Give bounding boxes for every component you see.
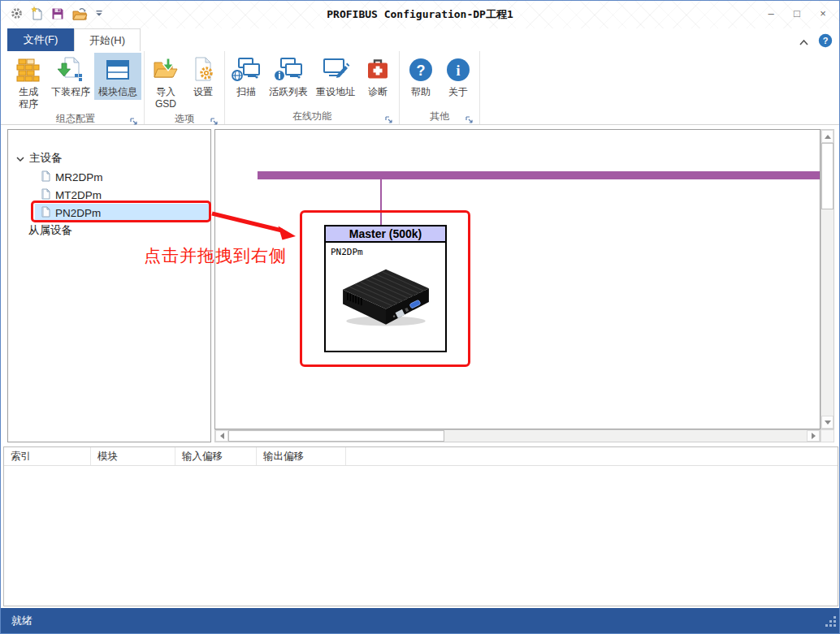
- collapse-ribbon-icon[interactable]: [799, 35, 809, 50]
- svg-text:?: ?: [417, 63, 426, 79]
- ribbon-button-label: 下装程序: [51, 86, 90, 98]
- column-header-module[interactable]: 模块: [91, 447, 175, 465]
- ribbon-corner-controls: ?: [799, 33, 833, 51]
- ribbon-group-label: 其他: [430, 110, 449, 123]
- highlight-box-master-block: [300, 210, 470, 367]
- help-button[interactable]: ? 帮助: [402, 53, 439, 100]
- ribbon-group-online: 扫描 活跃列表: [225, 51, 400, 124]
- tab-home[interactable]: 开始(H): [74, 28, 141, 51]
- status-text: 就绪: [11, 614, 32, 628]
- canvas-vertical-scrollbar[interactable]: [821, 129, 834, 429]
- import-gsd-icon: [151, 56, 180, 84]
- ribbon-group-label: 在线功能: [292, 110, 331, 123]
- ribbon-button-label: 关于: [448, 86, 468, 98]
- ribbon-button-label: 设置: [193, 86, 213, 98]
- tree-node-label: 主设备: [29, 151, 63, 166]
- ribbon-group-other: ? 帮助 i 关于 其他: [400, 51, 480, 124]
- resize-grip-icon[interactable]: [825, 615, 837, 630]
- tree-item-label: MR2DPm: [55, 171, 103, 183]
- module-table-panel: 索引 模块 输入偏移 输出偏移: [3, 446, 838, 606]
- ribbon-button-label: 模块信息: [98, 86, 137, 98]
- about-button[interactable]: i 关于: [439, 53, 477, 100]
- module-info-icon: [103, 56, 132, 84]
- help-icon: ?: [406, 56, 435, 84]
- horizontal-scroll-track[interactable]: [444, 430, 807, 442]
- profibus-bus-bar[interactable]: [258, 171, 821, 179]
- tree-node-label: 从属设备: [28, 223, 72, 238]
- tree-item-label: MT2DPm: [55, 189, 102, 201]
- active-list-icon: [274, 56, 303, 84]
- ribbon-button-label: 帮助: [411, 86, 431, 98]
- ribbon-group-config: 生成 程序 下装程序: [7, 51, 145, 124]
- scroll-down-icon[interactable]: [821, 416, 834, 429]
- dialog-launcher-icon[interactable]: [384, 113, 393, 122]
- svg-text:?: ?: [823, 36, 829, 45]
- ribbon-button-label: 导入 GSD: [155, 86, 176, 110]
- settings-icon: [188, 56, 218, 84]
- status-bar: 就绪: [1, 608, 839, 633]
- ribbon-group-label: 组态配置: [56, 112, 95, 126]
- device-file-icon: [41, 170, 50, 184]
- tree-node-slave-devices[interactable]: 从属设备: [28, 222, 72, 239]
- minimize-button[interactable]: –: [758, 3, 784, 23]
- scrollbar-corner: [821, 429, 834, 442]
- scroll-right-icon[interactable]: [807, 430, 820, 442]
- ribbon-button-label: 重设地址: [316, 86, 355, 98]
- download-program-icon: [56, 56, 85, 84]
- drag-hint-text: 点击并拖拽到右侧: [144, 244, 287, 267]
- ribbon-button-label: 生成 程序: [19, 86, 38, 110]
- dialog-launcher-icon[interactable]: [129, 114, 138, 123]
- dialog-launcher-icon[interactable]: [210, 114, 219, 123]
- diagnosis-button[interactable]: 诊断: [359, 53, 396, 100]
- ribbon-help-icon[interactable]: ?: [818, 33, 833, 51]
- chevron-down-icon[interactable]: [16, 153, 24, 165]
- scan-button[interactable]: 扫描: [227, 53, 265, 100]
- bricks-icon: [14, 56, 43, 84]
- dialog-launcher-icon[interactable]: [465, 113, 474, 122]
- svg-text:i: i: [456, 63, 460, 79]
- ribbon-button-label: 诊断: [368, 86, 388, 98]
- active-list-button[interactable]: 活跃列表: [265, 53, 312, 100]
- ribbon-group-options: 导入 GSD 设置 选项: [145, 51, 225, 124]
- tree-item-mr2dpm[interactable]: MR2DPm: [41, 168, 103, 186]
- scroll-up-icon[interactable]: [821, 130, 834, 143]
- import-gsd-button[interactable]: 导入 GSD: [147, 53, 184, 112]
- app-window: PROFIBUS Configuration-DP工程1 – □ × 文件(F)…: [0, 0, 840, 634]
- title-bar: PROFIBUS Configuration-DP工程1 – □ ×: [1, 1, 839, 28]
- canvas-horizontal-scrollbar[interactable]: [214, 429, 821, 442]
- table-header-row: 索引 模块 输入偏移 输出偏移: [4, 447, 838, 466]
- tree-node-master-devices[interactable]: 主设备: [16, 149, 63, 167]
- horizontal-scroll-thumb[interactable]: [228, 430, 444, 442]
- download-program-button[interactable]: 下装程序: [47, 53, 94, 100]
- ribbon: 生成 程序 下装程序: [1, 51, 839, 125]
- tab-file[interactable]: 文件(F): [7, 28, 74, 51]
- ribbon-button-label: 活跃列表: [269, 86, 308, 98]
- ribbon-button-label: 扫描: [236, 86, 256, 98]
- scroll-left-icon[interactable]: [215, 430, 228, 442]
- reset-address-icon: [321, 56, 350, 84]
- window-controls: – □ ×: [758, 3, 836, 23]
- close-button[interactable]: ×: [810, 3, 836, 23]
- device-file-icon: [41, 188, 50, 202]
- column-header-index[interactable]: 索引: [4, 447, 91, 465]
- device-tree-panel: 主设备 MR2DPm MT2DPm PN2DPm 从属设备: [7, 129, 211, 442]
- settings-button[interactable]: 设置: [184, 53, 222, 100]
- maximize-button[interactable]: □: [784, 3, 810, 23]
- column-header-input-offset[interactable]: 输入偏移: [175, 447, 257, 465]
- column-header-output-offset[interactable]: 输出偏移: [257, 447, 346, 465]
- diagnosis-icon: [363, 56, 392, 84]
- vertical-scroll-track[interactable]: [821, 209, 834, 416]
- window-title: PROFIBUS Configuration-DP工程1: [1, 7, 839, 22]
- module-info-button[interactable]: 模块信息: [94, 53, 141, 100]
- vertical-scroll-thumb[interactable]: [821, 143, 834, 209]
- highlight-box-tree-item: [31, 201, 211, 222]
- reset-address-button[interactable]: 重设地址: [312, 53, 359, 100]
- ribbon-group-label: 选项: [175, 112, 194, 126]
- scan-icon: [232, 56, 261, 84]
- ribbon-tabs: 文件(F) 开始(H): [7, 28, 141, 51]
- about-icon: i: [444, 56, 473, 84]
- generate-program-button[interactable]: 生成 程序: [10, 53, 47, 112]
